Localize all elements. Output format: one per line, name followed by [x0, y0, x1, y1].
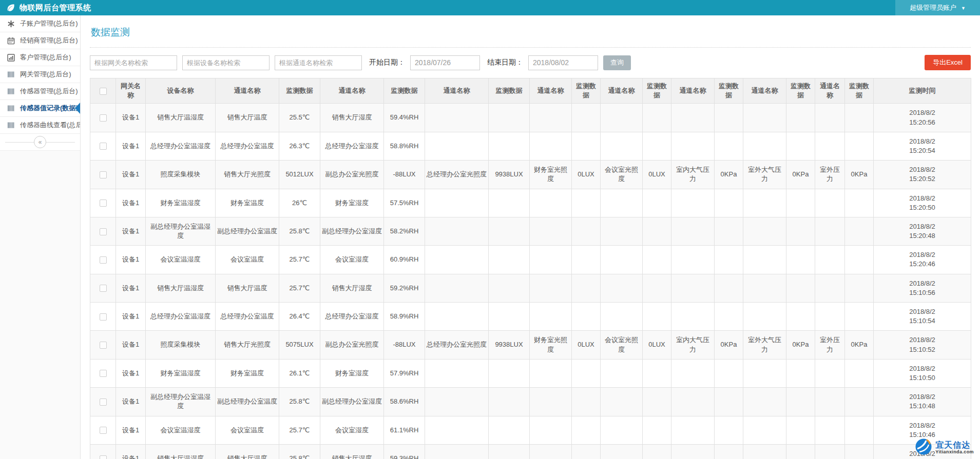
monitor-value-cell	[786, 132, 815, 160]
device-name-cell: 照度采集模块	[146, 331, 216, 359]
channel-name-cell	[601, 303, 643, 331]
channel-name-cell	[601, 388, 643, 416]
select-all-checkbox[interactable]	[100, 88, 107, 95]
monitor-value-cell	[643, 104, 671, 132]
column-header: 通道名称	[815, 78, 845, 104]
sidebar-item-label: 网关管理(总后台)	[20, 70, 71, 79]
end-date-input[interactable]	[528, 55, 598, 70]
channel-name-cell	[743, 416, 786, 444]
row-checkbox[interactable]	[100, 171, 107, 178]
gateway-name-cell: 设备1	[116, 246, 146, 274]
top-navbar: 物联网后台管理系统 超级管理员账户 ▼	[0, 0, 980, 15]
sidebar-item[interactable]: 网关管理(总后台)	[0, 66, 80, 83]
row-checkbox[interactable]	[100, 342, 107, 349]
row-checkbox[interactable]	[100, 398, 107, 406]
monitor-value-cell: 0KPa	[715, 161, 743, 189]
row-checkbox[interactable]	[100, 114, 107, 122]
column-header: 监测数据	[279, 78, 320, 104]
channel-name-cell	[425, 444, 489, 459]
device-name-cell: 副总经理办公室温湿度	[146, 388, 216, 416]
device-name-cell: 会议室温湿度	[146, 416, 216, 444]
channel-name-cell	[530, 416, 572, 444]
column-header: 监测数据	[489, 78, 530, 104]
account-label: 超级管理员账户	[910, 3, 956, 12]
channel-name-cell	[815, 388, 845, 416]
column-header: 通道名称	[320, 78, 384, 104]
sidebar-item[interactable]: 传感器值记录(数据查	[0, 100, 80, 117]
asterisk-icon	[7, 19, 15, 28]
channel-name-cell	[425, 388, 489, 416]
row-checkbox[interactable]	[100, 228, 107, 235]
gateway-name-cell: 设备1	[116, 331, 146, 359]
channel-name-cell: 总经理办公室湿度	[320, 303, 384, 331]
channel-name-cell	[601, 104, 643, 132]
main-content: 数据监测 开始日期： 结束日期： 查询 导出Excel	[81, 15, 980, 459]
monitor-value-cell: 0KPa	[845, 161, 874, 189]
monitor-value-cell	[786, 104, 815, 132]
channel-name-cell	[815, 416, 845, 444]
monitor-value-cell: 0LUX	[643, 331, 671, 359]
row-checkbox[interactable]	[100, 427, 107, 434]
monitor-value-cell	[715, 217, 743, 245]
table-row: 设备1总经理办公室温湿度总经理办公室温度26.3℃总经理办公室湿度58.8%RH…	[90, 132, 971, 160]
monitor-time-cell: 2018/8/215:20:56	[874, 104, 971, 132]
channel-name-cell	[671, 444, 715, 459]
sidebar-item-label: 子账户管理(总后台)	[20, 19, 78, 28]
row-checkbox[interactable]	[100, 199, 107, 207]
row-checkbox[interactable]	[100, 256, 107, 264]
row-checkbox[interactable]	[100, 285, 107, 292]
channel-name-cell: 销售大厅温度	[216, 104, 279, 132]
sidebar-item[interactable]: 传感器曲线查看(总后	[0, 117, 80, 134]
sidebar-collapse-toggle[interactable]: «	[0, 134, 80, 151]
monitor-value-cell	[572, 132, 601, 160]
sidebar-item[interactable]: 经销商管理(总后台)	[0, 32, 80, 49]
channel-name-cell: 总经理办公室湿度	[320, 132, 384, 160]
device-search-input[interactable]	[182, 55, 270, 70]
monitor-value-cell	[489, 246, 530, 274]
channel-name-cell	[530, 189, 572, 217]
filter-bar: 开始日期： 结束日期： 查询 导出Excel	[90, 55, 971, 70]
table-header-row: 网关名称设备名称通道名称监测数据通道名称监测数据通道名称监测数据通道名称监测数据…	[90, 78, 971, 104]
gateway-name-cell: 设备1	[116, 274, 146, 302]
query-button[interactable]: 查询	[603, 55, 631, 70]
channel-name-cell	[530, 359, 572, 387]
monitor-value-cell	[572, 444, 601, 459]
channel-search-input[interactable]	[275, 55, 362, 70]
monitor-value-cell	[643, 132, 671, 160]
monitor-value-cell: 26.1℃	[279, 359, 320, 387]
channel-name-cell	[530, 104, 572, 132]
monitor-value-cell	[489, 274, 530, 302]
row-checkbox[interactable]	[100, 143, 107, 150]
account-menu[interactable]: 超级管理员账户 ▼	[895, 0, 980, 15]
sidebar-item[interactable]: 客户管理(总后台)	[0, 49, 80, 66]
monitor-value-cell	[643, 388, 671, 416]
channel-name-cell: 财务室湿度	[320, 189, 384, 217]
monitor-value-cell	[489, 189, 530, 217]
sidebar-item-label: 经销商管理(总后台)	[20, 36, 78, 45]
row-select-cell	[90, 274, 116, 302]
sidebar-item[interactable]: 子账户管理(总后台)	[0, 15, 80, 32]
monitor-value-cell	[845, 189, 874, 217]
gateway-search-input[interactable]	[90, 55, 177, 70]
channel-name-cell: 副总经理办公室湿度	[320, 217, 384, 245]
channel-name-cell	[671, 189, 715, 217]
row-checkbox[interactable]	[100, 313, 107, 321]
gateway-name-cell: 设备1	[116, 444, 146, 459]
channel-name-cell	[601, 359, 643, 387]
channel-name-cell: 销售大厅湿度	[320, 104, 384, 132]
monitor-value-cell: 59.3%RH	[384, 444, 425, 459]
sidebar-item[interactable]: 传感器管理(总后台)	[0, 83, 80, 100]
channel-name-cell	[743, 132, 786, 160]
channel-name-cell	[530, 444, 572, 459]
row-select-cell	[90, 303, 116, 331]
monitor-value-cell	[643, 416, 671, 444]
channel-name-cell	[743, 303, 786, 331]
table-row: 设备1财务室温湿度财务室温度26.1℃财务室湿度57.9%RH2018/8/21…	[90, 359, 971, 387]
monitor-value-cell	[489, 132, 530, 160]
watermark-name: 宜天信达	[935, 441, 974, 450]
export-excel-button[interactable]: 导出Excel	[925, 55, 971, 70]
gateway-name-cell: 设备1	[116, 217, 146, 245]
row-checkbox[interactable]	[100, 455, 107, 459]
start-date-input[interactable]	[410, 55, 480, 70]
row-checkbox[interactable]	[100, 370, 107, 377]
